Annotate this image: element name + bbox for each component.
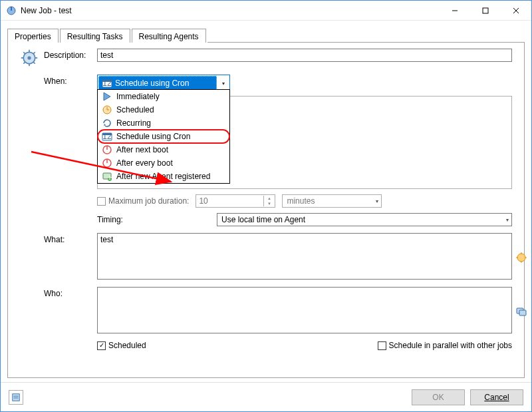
chevron-down-icon: ▾ [376,198,378,204]
tabstrip: Properties Resulting Tasks Resulting Age… [1,21,531,42]
tab-label: Resulting Tasks [67,32,123,41]
timing-label: Timing: [97,215,210,224]
svg-line-14 [23,62,25,64]
what-textarea[interactable] [97,233,512,280]
tab-label: Resulting Agents [139,32,199,41]
max-duration-input[interactable]: 10 ▲▼ [196,194,275,208]
option-label: Scheduled [116,105,154,114]
button-bar: OK Cancel [1,382,531,411]
window: New Job - test Properties Resulting Task… [0,0,532,412]
when-option-immediately[interactable]: Immediately [98,90,229,103]
option-label: Immediately [116,92,160,101]
parallel-label: Schedule in parallel with other jobs [389,341,512,350]
boot-icon [102,144,112,155]
max-duration-label: Maximum job duration: [108,196,189,206]
timing-select[interactable]: Use local time on Agent ▾ [217,213,512,226]
svg-text:+: + [107,173,112,182]
calendar-icon: 12 [102,78,112,89]
tab-properties[interactable]: Properties [7,29,59,43]
chevron-down-icon: ▾ [506,217,509,223]
when-option-after-every-boot[interactable]: After every boot [98,156,229,170]
when-option-recurring[interactable]: Recurring [98,116,229,130]
who-label: Who: [44,287,97,298]
configure-who-button[interactable] [516,306,527,317]
parallel-checkbox[interactable]: Schedule in parallel with other jobs [378,341,512,350]
svg-point-7 [27,56,31,59]
option-label: Schedule using Cron [116,132,190,141]
option-label: After new Agent registered [116,172,210,181]
option-label: Recurring [116,118,151,128]
cancel-label: Cancel [484,393,509,402]
spin-down-icon[interactable]: ▼ [263,201,274,206]
svg-point-34 [517,254,525,262]
calendar-icon: 12 [102,131,112,142]
chevron-down-icon: ▾ [217,81,229,87]
tab-resulting-agents[interactable]: Resulting Agents [132,29,206,43]
maximize-button[interactable] [470,1,501,21]
window-title: New Job - test [21,6,72,15]
when-dropdown: Immediately Scheduled Recurring 12 Sched… [97,89,230,184]
description-label: Description: [44,49,97,60]
close-button[interactable] [501,1,531,21]
spin-up-icon[interactable]: ▲ [263,196,274,201]
ok-label: OK [432,393,444,402]
svg-rect-1 [11,7,12,11]
option-label: After next boot [116,145,168,154]
titlebar: New Job - test [1,1,531,21]
when-option-schedule-cron[interactable]: 12 Schedule using Cron [98,130,229,143]
cancel-button[interactable]: Cancel [470,389,523,405]
tab-label: Properties [15,32,51,41]
max-duration-checkbox[interactable]: Maximum job duration: [97,196,189,206]
max-duration-unit: minutes [287,196,315,206]
scheduled-label: Scheduled [108,341,146,350]
recur-icon [102,118,112,128]
timing-value: Use local time on Agent [221,215,305,224]
job-icon [20,49,39,69]
scheduled-checkbox[interactable]: Scheduled [97,341,146,350]
svg-rect-3 [483,8,488,13]
description-input[interactable] [97,49,512,62]
what-label: What: [44,233,97,244]
when-option-scheduled[interactable]: Scheduled [98,103,229,116]
svg-line-12 [23,52,25,54]
boot-icon [102,158,112,168]
app-icon [6,5,17,16]
svg-line-13 [33,62,35,64]
minimize-button[interactable] [440,1,470,21]
max-duration-value: 10 [199,196,207,206]
tab-resulting-tasks[interactable]: Resulting Tasks [60,29,130,43]
who-textarea[interactable] [97,287,512,333]
max-duration-unit-select: minutes ▾ [282,194,382,208]
play-icon [102,91,112,102]
clock-icon [102,104,112,115]
svg-marker-19 [104,93,110,101]
when-option-after-new-agent[interactable]: + After new Agent registered [98,170,229,183]
when-option-after-next-boot[interactable]: After next boot [98,143,229,156]
ok-button[interactable]: OK [412,389,465,405]
svg-text:12: 12 [102,132,112,141]
when-selected-label: Schedule using Cron [115,79,189,88]
option-label: After every boot [116,158,173,168]
svg-text:12: 12 [102,79,112,88]
properties-panel: Description: When: 12 Schedule using Cro… [7,42,525,378]
configure-what-button[interactable] [516,252,527,263]
svg-rect-43 [13,393,20,401]
when-label: When: [44,75,97,86]
details-button[interactable] [9,390,23,405]
agent-icon: + [102,171,112,182]
svg-line-15 [33,52,35,54]
svg-rect-40 [519,310,526,315]
